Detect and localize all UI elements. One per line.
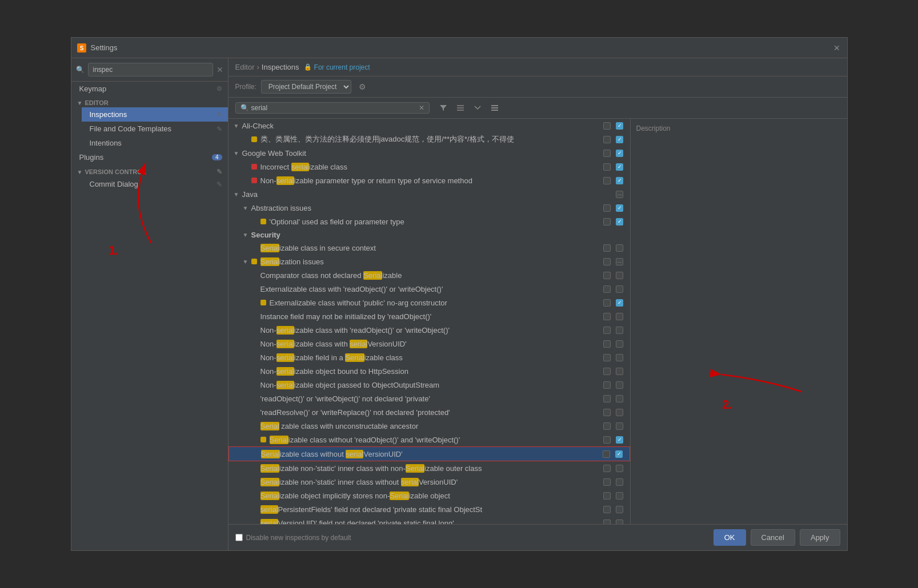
tree-checkbox[interactable] (616, 409, 623, 416)
tree-checkbox[interactable] (603, 299, 611, 307)
tree-checkbox[interactable] (603, 478, 611, 486)
tree-checkbox[interactable] (616, 478, 623, 486)
tree-checkbox-cell[interactable] (602, 120, 613, 131)
tree-checkbox[interactable] (616, 519, 623, 525)
disable-inspections-label[interactable]: Disable new inspections by default (235, 534, 351, 542)
tree-row[interactable]: ▼ Security (229, 228, 630, 241)
tree-row[interactable]: Non-serializable object passed to Object… (229, 378, 630, 392)
tree-checkbox[interactable] (616, 465, 623, 472)
sidebar-item-intentions[interactable]: Intentions (82, 136, 228, 150)
sidebar-section-editor[interactable]: ▼ Editor (71, 96, 228, 107)
sidebar-item-inspections[interactable]: Inspections ✎ (82, 107, 228, 122)
tree-checkbox[interactable] (603, 519, 611, 525)
tree-checkbox[interactable] (616, 340, 623, 348)
tree-row[interactable]: Non-serializable class with serialVersio… (229, 337, 630, 351)
tree-checkbox[interactable] (603, 163, 611, 171)
disable-inspections-checkbox[interactable] (235, 534, 243, 541)
tree-row[interactable]: Serial zable class with unconstructable … (229, 419, 630, 433)
tree-checkbox[interactable] (603, 136, 611, 143)
tree-row[interactable]: 类、类属性、类方法的注释必须使用javadoc规范，使用/**内容*/格式，不得… (229, 132, 630, 146)
tree-checkbox[interactable] (603, 218, 611, 225)
tree-checkbox[interactable] (603, 177, 611, 184)
tree-checkbox[interactable] (616, 354, 623, 361)
tree-checkbox-checked[interactable] (616, 122, 623, 130)
tree-checkbox[interactable] (603, 506, 611, 513)
tree-checkbox[interactable] (603, 368, 611, 375)
tree-checkbox[interactable] (616, 285, 623, 293)
tree-row[interactable]: ▼ Java (229, 187, 630, 201)
tree-checkbox[interactable] (603, 450, 610, 458)
filter-icon-btn[interactable] (436, 101, 450, 115)
gear-button[interactable]: ⚙ (356, 80, 370, 94)
expand-all-icon[interactable] (454, 101, 467, 115)
tree-checkbox-checked[interactable] (616, 177, 623, 184)
sidebar-search-input[interactable] (88, 63, 213, 76)
tree-checkbox[interactable] (616, 244, 623, 252)
tree-checkbox[interactable] (603, 354, 611, 361)
tree-row[interactable]: Serializable class in secure context (229, 241, 630, 255)
tree-row-selected[interactable]: Serializable class without serialVersion… (229, 446, 630, 461)
tree-checkbox-checked[interactable] (616, 299, 623, 307)
tree-row[interactable]: ▼ Google Web Toolkit (229, 146, 630, 160)
tree-row[interactable]: Serializable non-'static' inner class wi… (229, 475, 630, 489)
tree-row[interactable]: Serializable class without 'readObject()… (229, 433, 630, 446)
collapse-all-icon[interactable] (471, 101, 484, 115)
close-button[interactable]: ✕ (832, 43, 841, 53)
tree-row[interactable]: Externalizable class with 'readObject()'… (229, 282, 630, 296)
tree-row[interactable]: Serializable object implicitly stores no… (229, 489, 630, 502)
tree-checkbox[interactable] (616, 368, 623, 375)
tree-checkbox-checked[interactable] (616, 136, 623, 143)
tree-checkbox-checked[interactable] (615, 450, 623, 458)
apply-button[interactable]: Apply (800, 529, 840, 546)
tree-row[interactable]: ▼ Ali-Check (229, 119, 630, 132)
tree-row[interactable]: 'readResolve()' or 'writeReplace()' not … (229, 405, 630, 419)
tree-cb2[interactable] (614, 120, 626, 131)
cancel-button[interactable]: Cancel (751, 529, 795, 546)
tree-row[interactable]: Comparator class not declared Serializab… (229, 268, 630, 282)
tree-checkbox[interactable] (616, 492, 623, 500)
tree-checkbox[interactable] (603, 340, 611, 348)
tree-checkbox[interactable] (616, 381, 623, 389)
filter-clear-icon[interactable]: ✕ (419, 104, 424, 112)
tree-row[interactable]: Incorrect serializable class (229, 160, 630, 174)
tree-checkbox[interactable] (603, 409, 611, 416)
tree-checkbox[interactable] (616, 313, 623, 320)
tree-checkbox[interactable] (603, 422, 611, 430)
tree-checkbox-checked[interactable] (616, 163, 623, 171)
tree-checkbox-dash[interactable] (616, 191, 623, 198)
tree-checkbox[interactable] (603, 122, 611, 130)
sidebar-item-file-code-templates[interactable]: File and Code Templates ✎ (82, 122, 228, 136)
tree-row[interactable]: Non-serializable class with 'readObject(… (229, 323, 630, 337)
tree-row[interactable]: Non-serializable object bound to HttpSes… (229, 364, 630, 378)
tree-checkbox-checked[interactable] (616, 436, 623, 444)
project-link[interactable]: 🔒 For current project (304, 63, 370, 71)
tree-row[interactable]: Non-serializable field in a Serializable… (229, 351, 630, 364)
tree-checkbox[interactable] (616, 395, 623, 402)
tree-checkbox[interactable] (603, 436, 611, 444)
tree-checkbox[interactable] (603, 150, 611, 157)
profile-select[interactable]: Project Default Project (261, 80, 351, 94)
sidebar-section-version-control[interactable]: ▼ Version Control ✎ (71, 164, 228, 177)
tree-row[interactable]: Non-serializable parameter type or retur… (229, 174, 630, 187)
tree-checkbox[interactable] (603, 395, 611, 402)
tree-checkbox-dash[interactable] (616, 258, 623, 265)
tree-row[interactable]: Externalizable class without 'public' no… (229, 296, 630, 309)
filter-input[interactable] (251, 104, 416, 112)
tree-checkbox[interactable] (603, 244, 611, 252)
tree-row[interactable]: ▼ Serialization issues (229, 255, 630, 268)
tree-row[interactable]: Serializable non-'static' inner class wi… (229, 461, 630, 475)
tree-checkbox[interactable] (603, 272, 611, 279)
tree-row[interactable]: 'Optional' used as field or parameter ty… (229, 215, 630, 228)
tree-row[interactable]: 'readObject()' or 'writeObject()' not de… (229, 392, 630, 405)
tree-checkbox[interactable] (603, 465, 611, 472)
tree-checkbox[interactable] (616, 272, 623, 279)
sidebar-item-commit-dialog[interactable]: Commit Dialog ✎ (82, 177, 228, 191)
tree-checkbox[interactable] (616, 327, 623, 334)
tree-checkbox-checked[interactable] (616, 218, 623, 225)
tree-checkbox[interactable] (616, 506, 623, 513)
tree-checkbox[interactable] (603, 492, 611, 500)
tree-row[interactable]: serialPersistentFields' field not declar… (229, 502, 630, 516)
tree-checkbox[interactable] (616, 422, 623, 430)
tree-row[interactable]: Instance field may not be initialized by… (229, 309, 630, 323)
tree-checkbox-checked[interactable] (616, 150, 623, 157)
